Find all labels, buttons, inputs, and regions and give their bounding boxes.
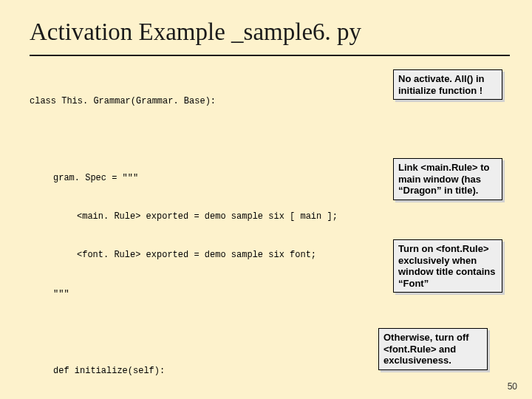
- page-number: 50: [508, 381, 517, 392]
- callout-link-mainrule: Link <main.Rule> to main window (has “Dr…: [393, 158, 502, 200]
- code-line: <main. Rule> exported = demo sample six …: [30, 211, 510, 223]
- callout-no-activate: No activate. All() in initialize functio…: [393, 69, 502, 100]
- callout-turn-off-fontrule: Otherwise, turn off <font.Rule> and excl…: [378, 328, 488, 370]
- slide-title: Activation Example _sample6. py: [30, 18, 510, 46]
- slide-content: class This. Grammar(Grammar. Base): gram…: [30, 69, 510, 399]
- title-rule: [30, 55, 510, 56]
- code-blank: [30, 134, 510, 146]
- callout-turn-on-fontrule: Turn on <font.Rule> exclusively when win…: [393, 239, 502, 293]
